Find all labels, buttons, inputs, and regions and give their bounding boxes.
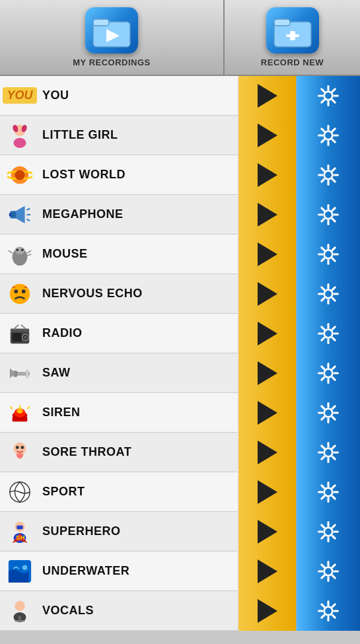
svg-line-164 (322, 524, 324, 527)
play-button-little-girl[interactable] (238, 116, 296, 155)
settings-button-mouse[interactable] (296, 234, 360, 274)
settings-button-siren[interactable] (296, 393, 360, 433)
svg-point-89 (24, 336, 27, 338)
item-icon-underwater (0, 552, 40, 591)
svg-line-91 (14, 324, 19, 329)
svg-point-62 (21, 248, 24, 251)
play-button-sport[interactable] (238, 472, 296, 512)
item-icon-sore-throat (0, 433, 40, 472)
svg-point-133 (16, 446, 19, 449)
svg-point-47 (324, 210, 333, 219)
svg-point-159 (324, 527, 333, 536)
list-item-radio: RADIO (0, 314, 360, 353)
item-icon-mouse (0, 234, 40, 274)
svg-line-129 (332, 406, 335, 408)
record-new-button[interactable]: RECORD NEW (225, 0, 360, 75)
svg-line-101 (322, 338, 324, 340)
play-button-superhero[interactable] (238, 512, 296, 552)
svg-line-98 (322, 326, 324, 329)
svg-line-100 (332, 326, 335, 329)
play-triangle-underwater (258, 559, 277, 583)
settings-button-nervous-echo[interactable] (296, 274, 360, 314)
settings-button-sore-throat[interactable] (296, 433, 360, 472)
item-icon-megaphone (0, 195, 40, 234)
svg-rect-43 (9, 213, 11, 217)
svg-line-189 (332, 615, 335, 618)
svg-line-59 (27, 254, 31, 256)
play-button-lost-world[interactable] (238, 155, 296, 195)
settings-button-you[interactable] (296, 76, 360, 116)
play-button-underwater[interactable] (238, 552, 296, 591)
svg-line-82 (322, 287, 324, 289)
list-item-sport: SPORT (0, 472, 360, 512)
settings-button-lost-world[interactable] (296, 155, 360, 195)
gear-icon-sport (316, 480, 340, 504)
list-item-saw: SAW (0, 353, 360, 393)
svg-rect-4 (274, 19, 290, 26)
item-label-lost-world: LOST WORLD (40, 168, 238, 182)
item-label-superhero: SUPERHERO (40, 524, 238, 538)
play-button-saw[interactable] (238, 353, 296, 393)
gear-icon-lost-world (316, 163, 340, 187)
svg-line-191 (322, 615, 324, 618)
svg-rect-87 (13, 333, 22, 341)
item-label-mouse: MOUSE (40, 247, 238, 261)
svg-point-7 (324, 91, 333, 100)
svg-point-63 (324, 250, 333, 258)
play-button-radio[interactable] (238, 314, 296, 353)
svg-line-112 (332, 377, 335, 380)
play-triangle-sore-throat (258, 441, 277, 464)
svg-line-141 (332, 456, 335, 459)
svg-rect-1 (93, 19, 109, 26)
svg-line-26 (332, 139, 335, 142)
effects-list: YOU YOU LIT (0, 76, 360, 631)
list-item-sore-throat: SORE THROAT (0, 433, 360, 472)
settings-button-vocals[interactable] (296, 591, 360, 631)
svg-line-55 (322, 219, 324, 221)
play-triangle-radio (258, 322, 277, 345)
item-icon-sport (0, 472, 40, 512)
svg-line-175 (322, 564, 324, 567)
svg-line-153 (322, 496, 324, 499)
svg-point-20 (324, 131, 333, 139)
settings-button-saw[interactable] (296, 353, 360, 393)
svg-rect-105 (26, 369, 29, 378)
settings-button-megaphone[interactable] (296, 195, 360, 234)
svg-line-84 (332, 287, 335, 289)
svg-line-25 (322, 128, 324, 131)
play-button-nervous-echo[interactable] (238, 274, 296, 314)
settings-button-sport[interactable] (296, 472, 360, 512)
svg-rect-6 (286, 34, 299, 37)
gear-icon-nervous-echo (316, 282, 340, 306)
settings-button-underwater[interactable] (296, 552, 360, 591)
list-item-lost-world: LOST WORLD (0, 155, 360, 195)
svg-line-143 (322, 456, 324, 459)
play-triangle-mouse (258, 242, 277, 266)
gear-icon-you (316, 84, 340, 108)
play-button-vocals[interactable] (238, 591, 296, 631)
settings-button-radio[interactable] (296, 314, 360, 353)
my-recordings-button[interactable]: MY RECORDINGS (0, 0, 225, 75)
svg-text:~: ~ (12, 283, 16, 291)
play-triangle-you (258, 84, 277, 108)
play-button-mouse[interactable] (238, 234, 296, 274)
play-button-sore-throat[interactable] (238, 433, 296, 472)
svg-line-83 (332, 298, 335, 301)
play-triangle-megaphone (258, 203, 277, 227)
settings-button-little-girl[interactable] (296, 116, 360, 155)
svg-line-14 (332, 89, 335, 91)
play-button-siren[interactable] (238, 393, 296, 433)
record-new-icon (266, 7, 319, 54)
item-icon-lost-world (0, 155, 40, 195)
svg-line-58 (27, 250, 31, 253)
play-button-megaphone[interactable] (238, 195, 296, 234)
svg-line-99 (332, 338, 335, 340)
gear-icon-superhero (316, 520, 340, 544)
settings-button-superhero[interactable] (296, 512, 360, 552)
svg-rect-157 (17, 525, 23, 529)
gear-icon-siren (316, 401, 340, 425)
play-triangle-nervous-echo (258, 282, 277, 306)
svg-line-46 (26, 219, 30, 221)
play-button-you[interactable] (238, 76, 296, 116)
svg-rect-42 (11, 211, 17, 218)
